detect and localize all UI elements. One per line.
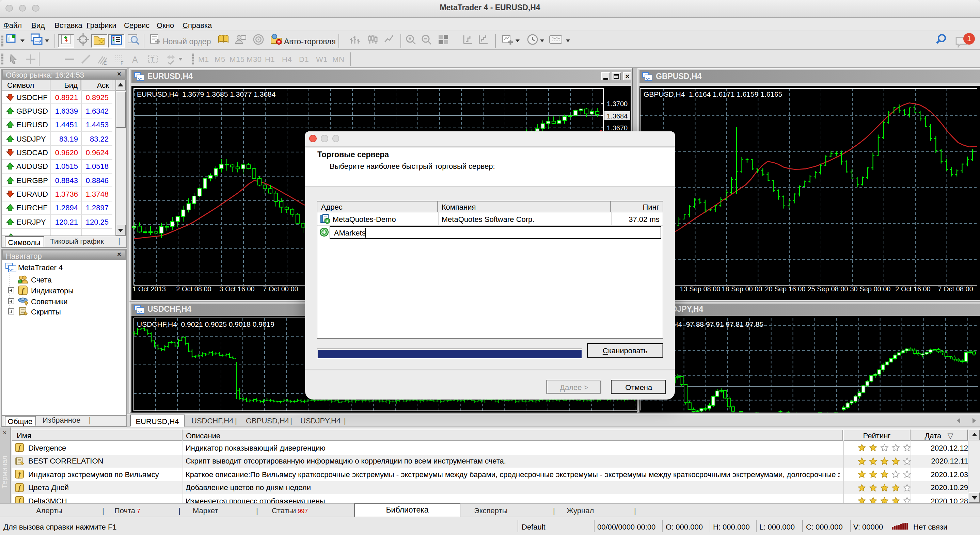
svg-text:2 Oct 16:00: 2 Oct 16:00 bbox=[895, 285, 930, 293]
svg-text:T: T bbox=[151, 56, 154, 63]
svg-text:13 Sep 08:00: 13 Sep 08:00 bbox=[680, 285, 721, 293]
svg-text:2 Oct 08:00: 2 Oct 08:00 bbox=[176, 285, 211, 293]
svg-text:1.3684: 1.3684 bbox=[606, 112, 627, 120]
svg-text:7 Oct 00:00: 7 Oct 00:00 bbox=[262, 285, 298, 293]
svg-text:3 Oct 16:00: 3 Oct 16:00 bbox=[219, 285, 254, 293]
svg-text:30 Sep 00:00: 30 Sep 00:00 bbox=[850, 285, 891, 293]
svg-text:1.3700: 1.3700 bbox=[606, 100, 627, 108]
svg-text:18 Sep 00:00: 18 Sep 00:00 bbox=[722, 285, 762, 293]
svg-text:1 Oct 2013: 1 Oct 2013 bbox=[132, 285, 165, 293]
svg-text:F: F bbox=[121, 60, 124, 64]
svg-text:USDCHF,H4 0.9021 0.9025 0.901: USDCHF,H4 0.9021 0.9025 0.9018 0.9019 bbox=[137, 320, 274, 328]
svg-text:7 Oct 08:00: 7 Oct 08:00 bbox=[938, 285, 973, 293]
svg-text:1: 1 bbox=[967, 34, 971, 43]
svg-text:E: E bbox=[103, 60, 107, 64]
svg-text:GBPUSD,H4 1.6164 1.6171 1.615: GBPUSD,H4 1.6164 1.6171 1.6159 1.6165 bbox=[644, 90, 782, 98]
svg-text:20 Sep 16:00: 20 Sep 16:00 bbox=[765, 285, 806, 293]
svg-text:25 Sep 08:00: 25 Sep 08:00 bbox=[808, 285, 848, 293]
svg-text:EURUSD,H4 1.3679 1.3685 1.367: EURUSD,H4 1.3679 1.3685 1.3677 1.3684 bbox=[137, 90, 275, 98]
svg-text:1.3670: 1.3670 bbox=[606, 124, 627, 132]
